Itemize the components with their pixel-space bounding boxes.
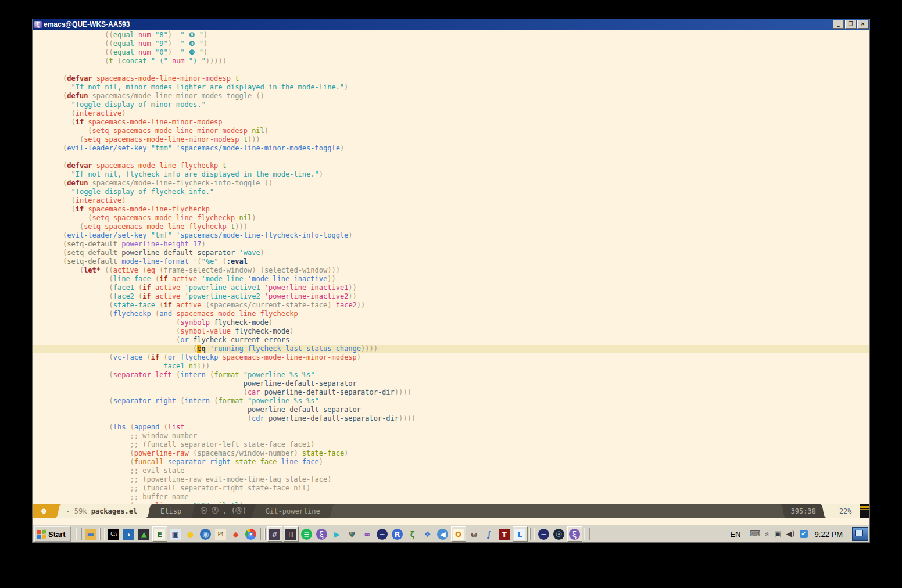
code-line[interactable]: ;; buffer name [63,493,869,501]
search-computer-icon[interactable]: ▣ [169,527,182,541]
code-line[interactable]: (line-face (if active 'mode-line 'mode-l… [63,275,869,284]
code-line[interactable]: (or flycheck-current-errors [63,336,869,345]
language-indicator[interactable]: EN [726,530,744,539]
java-icon[interactable]: ∫ [482,527,496,541]
code-line[interactable]: (car powerline-default-separator-dir)))) [63,388,869,397]
emacs-file-icon[interactable]: E [152,526,167,542]
code-line[interactable]: (powerline-raw "%*" nil 'l) [63,501,869,504]
gimp-icon[interactable]: ω [467,527,481,541]
code-line[interactable] [63,66,869,74]
code-line[interactable]: (setq-default powerline-default-separato… [63,249,869,257]
lightroom-icon[interactable]: L [513,526,528,542]
spotify-icon[interactable]: ≡ [300,527,314,541]
visualstudio-icon[interactable]: ∞ [360,527,374,541]
taskbar-groove[interactable] [260,528,266,540]
code-line[interactable]: (symbol-value flycheck-mode) [63,327,869,336]
volume-icon[interactable]: ◀) [786,528,795,540]
bars-icon[interactable]: ||| [284,526,299,542]
code-line[interactable]: (defvar spacemacs-mode-line-minor-modesp… [63,74,869,83]
code-line[interactable]: (t (concat " (" num ") "))))) [63,57,869,66]
snake-icon[interactable]: ζ [406,527,420,541]
folder-save-icon[interactable]: ▬ [84,527,98,541]
code-line[interactable]: (defvar spacemacs-mode-line-flycheckp t [63,162,869,170]
network-icon[interactable]: ▣ [774,528,781,540]
taskbar-groove[interactable] [99,528,105,540]
code-line[interactable]: (let* ((active (eq (frame-selected-windo… [63,266,869,275]
code-line[interactable]: ;; evil state [63,467,869,475]
code-line[interactable]: (setq spacemacs-mode-line-minor-modesp t… [63,135,869,144]
code-line[interactable]: "If not nil, flycheck info are displayed… [63,170,869,179]
steam-icon[interactable]: ☉ [552,527,566,541]
code-line-current[interactable]: (eq 'running flycheck-last-status-change… [33,345,869,353]
code-line[interactable]: (state-face (if active (spacemacs/curren… [63,301,869,310]
chevron-up-icon[interactable]: « [761,532,774,536]
code-line[interactable] [63,153,869,162]
restore-button[interactable]: ❐ [845,20,856,29]
cmd-icon[interactable]: C:\ [107,527,121,541]
code-line[interactable]: (face1 (if active 'powerline-active1 'po… [63,284,869,292]
start-button[interactable]: Start [34,526,71,542]
quicktime-icon[interactable]: ◀ [436,527,450,541]
code-line[interactable]: (evil-leader/set-key "tmf" 'spacemacs/mo… [63,231,869,240]
code-line[interactable]: "If not nil, minor modes lighter are dis… [63,83,869,92]
code-line[interactable]: (separator-right (intern (format "powerl… [63,397,869,406]
emacs-sphere2-icon[interactable]: ξ [567,526,582,542]
powershell-icon[interactable]: › [122,527,136,541]
code-line[interactable]: ;; (funcall separator-right state-face n… [63,484,869,493]
code-line[interactable]: (defun spacemacs/mode-line-flycheck-info… [63,179,869,188]
code-line[interactable]: (cdr powerline-default-separator-dir)))) [63,414,869,423]
code-line[interactable]: (evil-leader/set-key "tmm" 'spacemacs/mo… [63,144,869,153]
code-line[interactable]: "Toggle display of flycheck info." [63,188,869,196]
code-line[interactable]: powerline-default-separator [63,379,869,388]
code-line[interactable]: (interactive) [63,196,869,205]
media-player-icon[interactable]: ▲ [137,527,151,541]
code-line[interactable]: (setq-default mode-line-format '("%e" (:… [63,257,869,266]
chrome-icon[interactable] [244,527,258,541]
code-line[interactable]: (setq spacemacs-mode-line-flycheckp nil) [63,214,869,223]
perforce-icon[interactable]: P4 [214,527,228,541]
code-line[interactable]: (funcall separator-right state-face line… [63,458,869,467]
media-blue-icon[interactable]: ❖ [421,527,435,541]
code-area[interactable]: ((equal num "8") " ❽ ") ((equal num "9")… [33,30,869,504]
code-line[interactable]: (setq-default powerline-height 17) [63,240,869,249]
eclipse-icon[interactable]: ≡ [375,527,389,541]
emacs-sphere-icon[interactable]: ξ [315,527,329,541]
code-line[interactable]: ;; (powerline-raw evil-mode-line-tag sta… [63,475,869,484]
taskbar-clock[interactable]: 9:22 PM [810,530,849,539]
code-line[interactable]: powerline-default-separator [63,406,869,414]
code-line[interactable]: (defun spacemacs/mode-line-minor-modes-t… [63,92,869,101]
code-line[interactable]: (vc-face (if (or flycheckp spacemacs-mod… [63,353,869,362]
globe-icon[interactable]: ◉ [199,527,213,541]
code-line[interactable]: ((equal num "9") " ❾ ") [63,40,869,48]
code-line[interactable]: (if spacemacs-mode-line-minor-modesp [63,118,869,127]
code-line[interactable]: (if spacemacs-mode-line-flycheckp [63,205,869,214]
gitkraken-icon[interactable]: Ψ [345,527,359,541]
code-line[interactable]: ;; (funcall separator-left state-face fa… [63,440,869,449]
code-line[interactable]: (setq spacemacs-mode-line-flycheckp t))) [63,223,869,231]
taskbar-groove[interactable] [76,528,82,540]
r-sphere-icon[interactable]: R [391,527,405,541]
window-titlebar[interactable]: ξ emacs@QUE-WKS-AA593 _❐× [33,19,869,30]
code-line[interactable]: (setq spacemacs-mode-line-minor-modesp n… [63,127,869,135]
hash-icon[interactable]: # [267,526,282,542]
show-desktop-button[interactable] [852,527,868,541]
taskbar-groove[interactable] [584,528,590,540]
code-line[interactable]: (lhs (append (list [63,423,869,432]
code-line[interactable]: (flycheckp (and spacemacs-mode-line-flyc… [63,310,869,318]
latex-icon[interactable]: T [497,527,511,541]
code-line[interactable]: ;; window number [63,432,869,440]
code-line[interactable]: (interactive) [63,109,869,118]
eclipse2-icon[interactable]: ≡ [537,527,551,541]
code-line[interactable]: (separator-left (intern (format "powerli… [63,371,869,379]
code-line[interactable]: ((equal num "0") " ❿ ") [63,48,869,57]
dropbox-icon[interactable]: ✔ [800,530,808,538]
diamond-icon[interactable]: ◆ [229,527,243,541]
code-line[interactable]: (powerline-raw (spacemacs/window-number)… [63,449,869,458]
code-line[interactable]: face1 nil)) [63,362,869,371]
minimize-button[interactable]: _ [833,20,844,29]
taskbar-groove[interactable] [529,528,535,540]
code-line[interactable]: ((equal num "8") " ❽ ") [63,31,869,40]
cyberduck-icon[interactable]: ● [184,527,198,541]
echo-area[interactable] [33,518,869,525]
code-line[interactable]: "Toggle display of minor modes." [63,101,869,109]
